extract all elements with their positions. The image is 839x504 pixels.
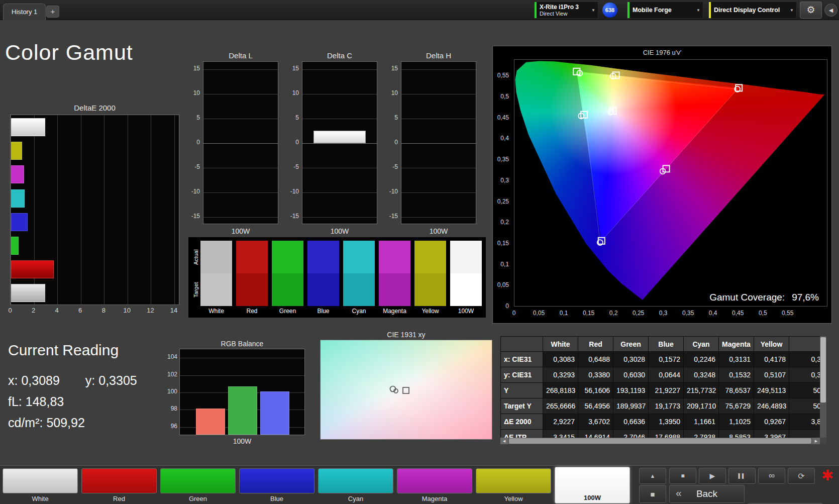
back-button[interactable]: « Back (669, 485, 745, 503)
swatch-target-color (379, 273, 410, 306)
patch-button-magenta[interactable]: Magenta (397, 468, 472, 503)
delta-y-tick-label: 0 (394, 139, 398, 146)
table-cell: 0,3028 (613, 352, 649, 367)
row-label-column-header (501, 337, 543, 352)
swatch-label: 100W (450, 306, 482, 316)
display-control-selector[interactable]: Direct Display Control ▼ (708, 2, 797, 19)
red-asterisk-icon: ✱ (821, 467, 833, 484)
stop-button[interactable]: ■ (669, 468, 696, 484)
delta-l-chart: Delta L151050-5-10-15100W (187, 51, 279, 235)
back-label: Back (696, 488, 717, 499)
collapse-panel-button[interactable]: ◀ (824, 4, 837, 17)
table-cell: 17,6988 (649, 430, 684, 438)
patch-button-cyan[interactable]: Cyan (318, 468, 393, 503)
deltae-x-tick-label: 4 (55, 307, 59, 314)
table-vertical-scrollbar[interactable] (820, 336, 826, 438)
delta-chart-body: 151050-5-10-15 (385, 61, 477, 224)
source-selector[interactable]: Mobile Forge ▼ (627, 2, 703, 19)
cie-1976-y-axis: 0,550,50,450,40,350,30,250,20,150,10,050 (493, 46, 512, 323)
delta-gridline (302, 192, 377, 193)
delta-y-tick-label: 15 (193, 65, 200, 72)
table-horizontal-scrollbar[interactable]: ◀ ▶ (500, 438, 820, 444)
column-header-partial (789, 337, 820, 352)
patch-button-100w[interactable]: 100W (555, 467, 630, 503)
outside-gamut-shade (515, 61, 824, 300)
table-row-e-2000: ΔE 20002,92273,67020,66361,39501,16611,1… (501, 414, 820, 430)
swatch-target-color (414, 273, 446, 306)
table-cell: 189,9937 (613, 398, 649, 414)
column-header-cyan: Cyan (684, 337, 719, 352)
deltae-gridline (104, 115, 104, 305)
patch-label: Cyan (318, 495, 393, 502)
add-tab-button[interactable]: + (46, 6, 59, 18)
patch-button-red[interactable]: Red (81, 468, 157, 503)
swatch-label: Magenta (379, 306, 410, 316)
tab-history-1[interactable]: History 1 (3, 4, 46, 20)
row-label: ΔE 2000 (501, 414, 543, 430)
patch-window-button[interactable]: ■ (639, 485, 666, 503)
continuous-measure-button[interactable]: ∞ (758, 468, 785, 484)
delta-chart-x-label: 100W (302, 227, 377, 235)
delta-gridline (203, 143, 278, 144)
swatch-label: Blue (307, 306, 339, 316)
patch-button-green[interactable]: Green (160, 468, 236, 503)
collapse-arrow-icon: ◀ (829, 7, 833, 13)
patch-button-blue[interactable]: Blue (239, 468, 314, 503)
table-cell: 50 (789, 398, 820, 414)
swatch-actual-color (450, 241, 482, 273)
chevron-down-icon: ▼ (591, 8, 595, 13)
table-cell: 0,5107 (754, 367, 789, 383)
display-control-name: Direct Display Control (714, 7, 780, 14)
alert-asterisk-button[interactable]: ✱ (817, 466, 838, 485)
delta-gridline (401, 119, 476, 119)
patch-label: Blue (239, 495, 314, 502)
cie-x-tick-label: 0,3 (659, 310, 668, 317)
pause-button[interactable]: ▌▌ (728, 468, 756, 484)
table-cell: 0,3083 (543, 352, 578, 367)
vertical-scroll-thumb[interactable] (820, 337, 826, 402)
meter-selector[interactable]: X-Rite i1Pro 3 Direct View ▼ (534, 2, 598, 19)
stop-icon: ■ (681, 472, 684, 479)
meter-count-badge[interactable]: 638 (602, 3, 617, 18)
horizontal-scroll-thumb[interactable] (509, 438, 811, 444)
up-arrow-icon: ▲ (650, 473, 656, 479)
rgb-balance-chart: RGB Balance 1041021009896 100W (166, 340, 305, 445)
table-cell: 0,1532 (719, 367, 754, 383)
deltae-gridline (128, 115, 128, 305)
loop-icon: ⟳ (798, 471, 804, 481)
actual-target-swatch-panel: Actual Target WhiteRedGreenBlueCyanMagen… (188, 237, 486, 318)
cie-1976-markers-overlay (514, 60, 828, 307)
patch-label: Yellow (476, 495, 551, 502)
patch-button-yellow[interactable]: Yellow (476, 468, 551, 503)
delta-h-chart: Delta H151050-5-10-15100W (385, 51, 477, 235)
loop-button[interactable]: ⟳ (788, 468, 815, 484)
delta-y-tick-label: -10 (389, 188, 398, 195)
table-cell: 50 (789, 383, 820, 398)
cdm2-value: 509,92 (46, 416, 84, 430)
play-button[interactable]: ▶ (699, 468, 726, 484)
deltae-gridline (174, 115, 175, 305)
table-cell: 75,6729 (719, 398, 754, 414)
table-cell: 2,7046 (613, 430, 649, 438)
table-cell: 0,3 (789, 367, 820, 383)
gamut-coverage-value: 97,6% (792, 292, 819, 303)
swatch-actual-color (200, 241, 232, 273)
scroll-right-icon[interactable]: ▶ (812, 438, 820, 444)
rgb-balance-y-axis: 1041021009896 (166, 349, 179, 435)
delta-chart-y-axis: 151050-5-10-15 (187, 61, 203, 224)
scroll-left-icon[interactable]: ◀ (500, 438, 508, 444)
table-cell: 1,3950 (649, 414, 684, 430)
source-accent-bar (627, 2, 630, 18)
rgb-balance-x-label: 100W (179, 437, 305, 445)
rgb-balance-plot (179, 349, 305, 435)
cie-x-tick-label: 0,25 (633, 310, 644, 317)
patch-up-button[interactable]: ▲ (639, 468, 666, 484)
delta-chart-body: 151050-5-10-15 (286, 61, 378, 224)
swatch-magenta: Magenta (379, 241, 410, 318)
settings-button[interactable]: ⚙ (800, 2, 822, 19)
patch-button-white[interactable]: White (3, 468, 78, 503)
swatch-actual-color (272, 241, 303, 273)
rgb-gridline (180, 358, 304, 358)
delta-chart-body: 151050-5-10-15 (187, 61, 279, 224)
deltae-2000-x-axis: 02468101214 (10, 305, 179, 316)
